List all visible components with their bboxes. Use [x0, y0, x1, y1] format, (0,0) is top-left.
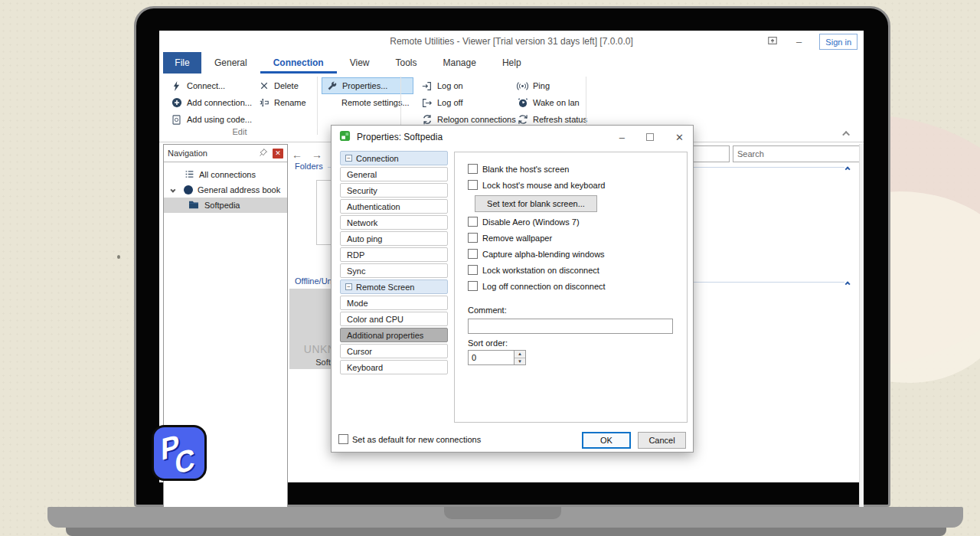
rename-button[interactable]: Rename	[254, 94, 310, 111]
laptop-bottom-edge	[66, 528, 946, 536]
tree-item-mode[interactable]: Mode	[340, 296, 448, 310]
tab-view[interactable]: View	[337, 52, 383, 74]
tree-item-general[interactable]: General	[340, 167, 448, 181]
comment-field[interactable]	[468, 319, 673, 334]
checkbox-blank-host-screen[interactable]: Blank the host's screen	[468, 164, 569, 174]
ping-icon	[517, 80, 528, 92]
folders-group-label: Folders	[295, 162, 328, 171]
code-document-icon	[171, 114, 182, 126]
folder-icon	[188, 200, 199, 211]
address-book-icon	[184, 185, 193, 194]
sign-in-button[interactable]: Sign in	[819, 34, 858, 50]
checkbox-icon[interactable]	[468, 217, 478, 227]
checkbox-icon[interactable]	[468, 164, 478, 174]
tree-item-color-and-cpu[interactable]: Color and CPU	[340, 312, 448, 326]
navigation-panel-title: Navigation	[168, 149, 207, 158]
tab-general[interactable]: General	[201, 52, 260, 74]
stepper-up-icon[interactable]: ▲	[514, 351, 525, 358]
folders-collapse-icon[interactable]	[847, 162, 851, 172]
properties-dialog: Properties: Softpedia – ✕ −Connection Ge…	[331, 125, 694, 453]
checkbox-icon[interactable]	[468, 265, 478, 275]
stepper-down-icon[interactable]: ▼	[514, 358, 525, 365]
log-on-icon	[421, 80, 433, 92]
add-using-code-button[interactable]: Add using code...	[167, 111, 256, 128]
sort-order-stepper[interactable]: 0 ▲ ▼	[468, 350, 526, 365]
tree-item-cursor[interactable]: Cursor	[340, 344, 448, 358]
ribbon-collapse-icon[interactable]	[844, 129, 850, 138]
properties-button[interactable]: Properties...	[322, 77, 413, 94]
tree-item-auto-ping[interactable]: Auto ping	[340, 231, 448, 246]
checkbox-lock-workstation[interactable]: Lock workstation on disconnect	[468, 265, 599, 275]
checkbox-set-as-default[interactable]: Set as default for new connections	[338, 434, 481, 444]
checkbox-log-off-on-disconnect[interactable]: Log off connection on disconnect	[468, 281, 606, 291]
navigation-close-icon[interactable]: ✕	[273, 149, 283, 159]
forward-arrow-icon[interactable]: →	[312, 149, 322, 161]
set-blank-screen-text-button[interactable]: Set text for blank screen...	[475, 195, 597, 212]
dialog-category-tree: −Connection General Security Authenticat…	[340, 151, 448, 376]
collapse-minus-icon[interactable]: −	[345, 155, 352, 162]
watermark-logo: P C	[152, 425, 207, 481]
wrench-icon	[326, 80, 338, 92]
collapse-minus-icon[interactable]: −	[345, 283, 352, 290]
dialog-maximize-button[interactable]	[646, 133, 654, 141]
tree-item-sync[interactable]: Sync	[340, 263, 448, 278]
dialog-close-button[interactable]: ✕	[675, 132, 684, 143]
checkbox-lock-mouse-keyboard[interactable]: Lock host's mouse and keyboard	[468, 180, 605, 190]
ribbon-separator	[317, 77, 318, 135]
add-circle-icon	[171, 97, 182, 109]
tree-item-additional-properties[interactable]: Additional properties	[340, 328, 448, 342]
tab-manage[interactable]: Manage	[430, 52, 489, 74]
checkbox-disable-aero[interactable]: Disable Aero (Windows 7)	[468, 217, 580, 227]
checkbox-remove-wallpaper[interactable]: Remove wallpaper	[468, 233, 552, 243]
minimize-button[interactable]: –	[796, 37, 802, 47]
background-speck	[117, 255, 120, 259]
log-on-button[interactable]: Log on	[417, 77, 520, 94]
log-off-icon	[421, 97, 433, 109]
sidebar-item-softpedia[interactable]: Softpedia	[164, 198, 287, 213]
tree-item-connection[interactable]: −Connection	[340, 151, 448, 165]
dialog-minimize-button[interactable]: –	[619, 132, 625, 143]
tree-item-keyboard[interactable]: Keyboard	[340, 360, 448, 374]
search-input[interactable]	[733, 145, 861, 162]
tab-tools[interactable]: Tools	[383, 52, 430, 74]
tree-item-security[interactable]: Security	[340, 183, 448, 198]
tab-help[interactable]: Help	[489, 52, 534, 74]
cancel-button[interactable]: Cancel	[638, 432, 686, 449]
offline-collapse-icon[interactable]	[847, 277, 851, 286]
ping-button[interactable]: Ping	[513, 77, 591, 94]
sidebar-item-general-address-book[interactable]: General address book	[164, 182, 287, 198]
pin-icon[interactable]	[259, 148, 268, 159]
checkbox-icon[interactable]	[468, 233, 478, 243]
add-connection-button[interactable]: Add connection...	[167, 94, 256, 111]
relogon-icon	[421, 114, 433, 126]
back-arrow-icon[interactable]: ←	[292, 149, 302, 161]
tab-connection[interactable]: Connection	[260, 52, 337, 74]
comment-label: Comment:	[468, 306, 507, 315]
connect-button[interactable]: Connect...	[167, 77, 256, 94]
remote-utilities-app-icon	[339, 130, 351, 144]
minimize-to-tray-icon[interactable]	[767, 35, 778, 47]
ok-button[interactable]: OK	[582, 432, 631, 449]
delete-button[interactable]: Delete	[254, 77, 310, 94]
window-titlebar: Remote Utilities - Viewer [Trial version…	[159, 31, 864, 52]
lightning-icon	[171, 80, 182, 92]
checkbox-icon[interactable]	[468, 249, 478, 259]
tree-item-rdp[interactable]: RDP	[340, 247, 448, 262]
tree-item-remote-screen[interactable]: −Remote Screen	[340, 279, 448, 294]
sidebar-item-all-connections[interactable]: All connections	[164, 167, 287, 182]
wake-on-lan-button[interactable]: Wake on lan	[513, 94, 591, 111]
refresh-icon	[517, 114, 528, 126]
chevron-down-icon[interactable]	[170, 185, 174, 194]
log-off-button[interactable]: Log off	[417, 94, 520, 111]
checkbox-icon[interactable]	[468, 180, 478, 190]
dialog-title: Properties: Softpedia	[357, 132, 443, 142]
scrollbar[interactable]	[859, 144, 864, 510]
remote-settings-button[interactable]: Remote settings...	[322, 94, 413, 111]
tab-file[interactable]: File	[163, 52, 201, 74]
tree-item-network[interactable]: Network	[340, 215, 448, 230]
checkbox-capture-alpha-blending[interactable]: Capture alpha-blending windows	[468, 249, 605, 259]
checkbox-icon[interactable]	[468, 281, 478, 291]
connections-list-icon	[185, 169, 194, 181]
tree-item-authentication[interactable]: Authentication	[340, 199, 448, 214]
checkbox-icon[interactable]	[338, 434, 348, 444]
